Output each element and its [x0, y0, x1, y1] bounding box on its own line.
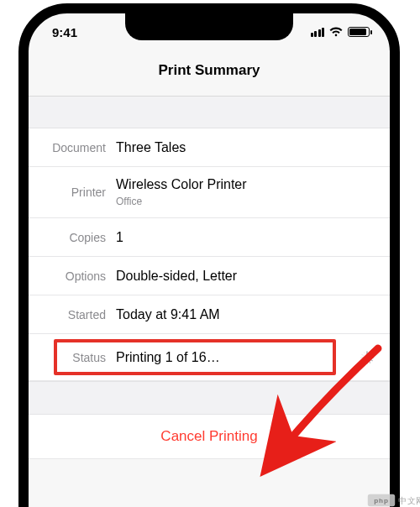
svg-rect-0 [366, 351, 367, 354]
watermark-text: 中文网 [398, 494, 420, 506]
svg-rect-6 [366, 360, 367, 363]
row-started: Started Today at 9:41 AM [29, 295, 390, 334]
label-document: Document [29, 141, 116, 154]
svg-rect-11 [364, 351, 366, 354]
status-time: 9:41 [52, 25, 77, 39]
battery-icon [348, 27, 370, 37]
svg-rect-5 [368, 360, 370, 363]
svg-rect-4 [370, 358, 373, 361]
label-options: Options [29, 269, 116, 283]
row-status: Status Printing 1 of 16… [29, 334, 390, 381]
svg-rect-1 [368, 351, 370, 354]
value-copies: 1 [116, 230, 123, 245]
svg-rect-7 [364, 360, 366, 363]
svg-rect-10 [361, 353, 365, 356]
print-summary-list: Document Three Tales Printer Wireless Co… [29, 128, 390, 381]
value-printer-sub: Office [116, 196, 247, 207]
row-document: Document Three Tales [29, 128, 390, 167]
spinner-icon [360, 350, 375, 365]
svg-rect-9 [360, 357, 364, 358]
cellular-signal-icon [311, 28, 325, 37]
watermark-logo: php [368, 494, 395, 506]
svg-rect-2 [370, 353, 373, 356]
section-spacer [29, 97, 390, 128]
section-spacer-2 [29, 381, 390, 415]
watermark: php 中文网 [368, 494, 420, 506]
label-printer: Printer [29, 186, 116, 199]
svg-rect-8 [361, 358, 365, 361]
value-document: Three Tales [116, 140, 186, 155]
label-started: Started [29, 308, 116, 321]
value-printer: Wireless Color Printer [116, 177, 247, 192]
value-status: Printing 1 of 16… [116, 350, 220, 365]
wifi-icon [329, 25, 343, 39]
value-started: Today at 9:41 AM [116, 307, 220, 322]
page-title: Print Summary [29, 50, 390, 97]
svg-rect-3 [370, 357, 374, 358]
phone-frame: 9:41 Print Summary Document Three Tales … [18, 3, 400, 507]
value-options: Double-sided, Letter [116, 269, 237, 284]
notch [125, 12, 293, 40]
row-copies: Copies 1 [29, 218, 390, 257]
label-copies: Copies [29, 231, 116, 244]
row-printer: Printer Wireless Color Printer Office [29, 167, 390, 218]
cancel-printing-button[interactable]: Cancel Printing [29, 415, 390, 459]
label-status: Status [29, 351, 116, 364]
row-options: Options Double-sided, Letter [29, 257, 390, 295]
